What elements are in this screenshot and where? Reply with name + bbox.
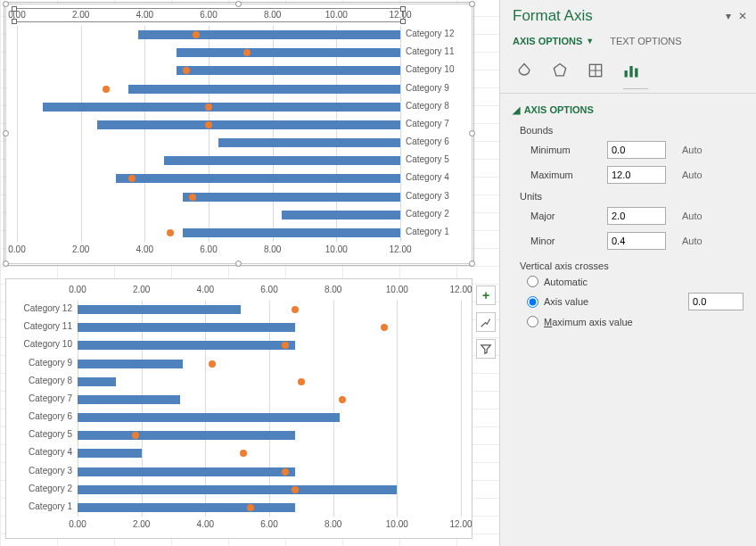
- marker-dot[interactable]: [240, 450, 247, 457]
- units-label: Units: [520, 187, 744, 203]
- pane-dropdown-icon[interactable]: ▾: [726, 10, 731, 22]
- bar[interactable]: [116, 174, 400, 183]
- marker-dot[interactable]: [292, 486, 299, 493]
- bar[interactable]: [138, 30, 400, 39]
- vac-maximum-label[interactable]: Maximum axis value: [544, 317, 633, 327]
- bar[interactable]: [43, 103, 400, 112]
- tab-text-options-label: TEXT OPTIONS: [610, 36, 681, 46]
- bar[interactable]: [97, 120, 400, 129]
- chart-bottom-plot[interactable]: 0.000.002.002.004.004.006.006.008.008.00…: [10, 283, 468, 534]
- major-auto[interactable]: Auto: [682, 211, 703, 221]
- tab-axis-options-label: AXIS OPTIONS: [513, 36, 582, 46]
- bar[interactable]: [282, 211, 400, 219]
- bar[interactable]: [78, 323, 295, 332]
- axis-options-icon[interactable]: [620, 59, 643, 82]
- category-label: Category 1: [29, 501, 72, 511]
- minor-label: Minor: [530, 236, 600, 246]
- chevron-down-icon: ▼: [586, 37, 594, 46]
- axis-tick-bottom: 6.00: [200, 244, 217, 254]
- svg-rect-4: [629, 66, 632, 78]
- format-pane-title: Format Axis: [513, 7, 593, 25]
- marker-dot[interactable]: [193, 31, 200, 38]
- bar[interactable]: [183, 193, 400, 202]
- vac-automatic-label[interactable]: Automatic: [544, 277, 588, 287]
- bar[interactable]: [177, 66, 400, 75]
- axis-tick-bottom: 10.00: [325, 244, 348, 254]
- bar[interactable]: [78, 305, 241, 314]
- maximum-input[interactable]: [607, 166, 666, 184]
- category-label: Category 6: [406, 136, 449, 146]
- marker-dot[interactable]: [339, 396, 346, 403]
- vac-maximum-radio[interactable]: [527, 316, 538, 327]
- axis-tick-bottom: 0.00: [8, 244, 25, 254]
- vac-axis-value-label[interactable]: Axis value: [544, 296, 588, 307]
- bar[interactable]: [78, 341, 295, 350]
- chart-top-plot[interactable]: 0.000.002.002.004.004.006.006.008.008.00…: [10, 8, 468, 260]
- bar[interactable]: [78, 467, 295, 476]
- marker-dot[interactable]: [189, 194, 196, 201]
- bar[interactable]: [78, 377, 116, 386]
- axis-tick-top: 10.00: [325, 10, 348, 20]
- maximum-auto[interactable]: Auto: [682, 170, 703, 180]
- vac-axis-value-input[interactable]: [688, 293, 744, 310]
- axis-tick-bottom: 4.00: [197, 519, 214, 529]
- section-axis-options[interactable]: ◢ AXIS OPTIONS: [500, 101, 756, 120]
- axis-tick-bottom: 2.00: [72, 244, 89, 254]
- marker-dot[interactable]: [292, 306, 299, 313]
- marker-dot[interactable]: [103, 86, 110, 93]
- effects-icon[interactable]: [548, 59, 571, 82]
- bar[interactable]: [218, 138, 400, 147]
- category-label: Category 12: [24, 303, 72, 313]
- bar[interactable]: [128, 85, 400, 94]
- marker-dot[interactable]: [209, 360, 216, 368]
- minimum-auto[interactable]: Auto: [682, 145, 703, 155]
- category-label: Category 7: [29, 393, 72, 403]
- bar[interactable]: [164, 156, 400, 165]
- axis-tick-top: 12.00: [389, 10, 411, 20]
- axis-tick-top: 6.00: [260, 285, 277, 294]
- chart-filter-button[interactable]: [476, 339, 496, 359]
- bar[interactable]: [177, 48, 400, 57]
- fill-line-icon[interactable]: [513, 59, 536, 82]
- bar[interactable]: [78, 485, 397, 494]
- tab-axis-options[interactable]: AXIS OPTIONS ▼: [513, 32, 594, 50]
- chart-add-element-button[interactable]: +: [476, 285, 496, 305]
- marker-dot[interactable]: [282, 468, 289, 476]
- marker-dot[interactable]: [381, 324, 388, 331]
- marker-dot[interactable]: [205, 103, 212, 111]
- bar[interactable]: [78, 503, 295, 512]
- marker-dot[interactable]: [167, 229, 174, 236]
- tab-text-options[interactable]: TEXT OPTIONS: [610, 32, 681, 50]
- chart-bottom[interactable]: 0.000.002.002.004.004.006.006.008.008.00…: [5, 278, 472, 539]
- axis-tick-top: 8.00: [264, 10, 281, 20]
- bounds-label: Bounds: [520, 121, 744, 137]
- axis-tick-top: 0.00: [69, 285, 86, 294]
- bar[interactable]: [183, 228, 400, 237]
- chart-top[interactable]: 0.000.002.002.004.004.006.006.008.008.00…: [5, 4, 472, 264]
- chart-style-button[interactable]: [476, 312, 496, 332]
- axis-tick-top: 4.00: [197, 285, 214, 294]
- bar[interactable]: [78, 413, 340, 422]
- major-input[interactable]: [607, 207, 666, 225]
- size-properties-icon[interactable]: [584, 59, 607, 82]
- svg-marker-1: [554, 64, 565, 76]
- minimum-input[interactable]: [607, 141, 666, 159]
- axis-tick-bottom: 12.00: [449, 519, 472, 529]
- bar[interactable]: [78, 395, 180, 404]
- chart-element-tools: +: [476, 285, 496, 359]
- category-label: Category 4: [29, 447, 72, 457]
- axis-tick-bottom: 10.00: [386, 519, 408, 529]
- minor-input[interactable]: [607, 232, 666, 250]
- bar[interactable]: [78, 360, 183, 368]
- pane-close-icon[interactable]: ✕: [738, 10, 747, 22]
- marker-dot[interactable]: [247, 504, 254, 511]
- vac-automatic-radio[interactable]: [527, 276, 538, 287]
- marker-dot[interactable]: [205, 121, 212, 128]
- bar[interactable]: [78, 449, 142, 458]
- marker-dot[interactable]: [298, 378, 305, 385]
- minor-auto[interactable]: Auto: [682, 236, 703, 246]
- vac-axis-value-radio[interactable]: [527, 296, 538, 308]
- bar[interactable]: [78, 431, 295, 440]
- category-label: Category 10: [406, 64, 454, 74]
- marker-dot[interactable]: [132, 432, 139, 439]
